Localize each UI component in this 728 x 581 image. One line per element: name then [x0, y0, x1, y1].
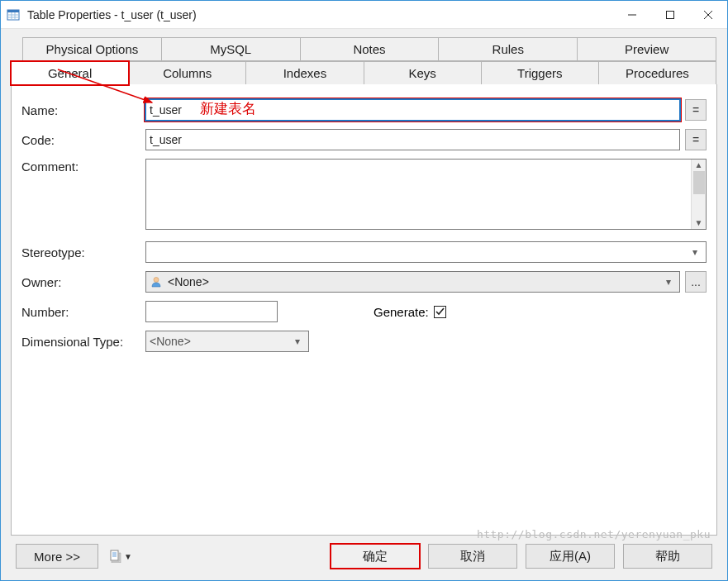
maximize-button[interactable] — [651, 1, 689, 28]
svg-rect-12 — [111, 550, 118, 560]
row-number: Number: Generate: — [21, 301, 707, 322]
chevron-down-icon: ▼ — [124, 552, 132, 561]
client-area: Physical Options MySQL Notes Rules Previ… — [1, 29, 727, 580]
tab-general[interactable]: General — [11, 61, 129, 85]
generate-checkbox[interactable] — [434, 306, 446, 318]
tab-procedures[interactable]: Procedures — [598, 61, 716, 85]
chevron-down-icon: ▾ — [688, 246, 702, 258]
row-name: Name: = — [21, 99, 707, 121]
name-input[interactable] — [145, 99, 680, 121]
generate-label: Generate: — [374, 305, 429, 319]
scroll-thumb[interactable] — [693, 171, 705, 194]
button-bar: More >> ▼ 确定 取消 应用(A) 帮助 — [11, 536, 717, 574]
row-code: Code: = — [21, 129, 707, 150]
owner-browse-button[interactable]: ... — [685, 271, 707, 293]
chevron-down-icon: ▾ — [661, 276, 676, 288]
close-button[interactable] — [689, 1, 727, 28]
tab-rules[interactable]: Rules — [438, 37, 578, 61]
tab-triggers[interactable]: Triggers — [481, 61, 599, 85]
dimtype-combo[interactable]: <None> ▾ — [145, 331, 309, 352]
tab-keys[interactable]: Keys — [364, 61, 482, 85]
title-bar: Table Properties - t_user (t_user) — [1, 1, 727, 29]
scroll-up-icon[interactable]: ▲ — [695, 161, 703, 169]
row-comment: Comment: ▲ ▼ — [21, 159, 707, 230]
code-input[interactable] — [145, 129, 680, 150]
dimtype-value: <None> — [150, 335, 290, 348]
owner-value: <None> — [168, 275, 661, 288]
owner-label: Owner: — [21, 274, 145, 289]
name-label: Name: — [21, 102, 145, 117]
more-button[interactable]: More >> — [16, 544, 98, 569]
window-title: Table Properties - t_user (t_user) — [27, 8, 613, 21]
minimize-button[interactable] — [613, 1, 651, 28]
tab-row-upper: Physical Options MySQL Notes Rules Previ… — [22, 37, 716, 61]
app-icon — [6, 7, 21, 22]
apply-button[interactable]: 应用(A) — [526, 544, 615, 569]
window: Table Properties - t_user (t_user) Physi… — [0, 0, 728, 581]
svg-rect-1 — [7, 10, 19, 12]
stereotype-label: Stereotype: — [21, 245, 145, 260]
cancel-button[interactable]: 取消 — [428, 544, 517, 569]
row-dimtype: Dimensional Type: <None> ▾ — [21, 331, 707, 352]
row-stereotype: Stereotype: ▾ — [21, 241, 707, 263]
comment-scrollbar[interactable]: ▲ ▼ — [691, 160, 706, 229]
ok-button[interactable]: 确定 — [331, 544, 420, 569]
user-icon — [150, 275, 163, 288]
code-label: Code: — [21, 132, 145, 147]
code-equals-button[interactable]: = — [685, 129, 707, 150]
number-input[interactable] — [145, 301, 278, 322]
chevron-down-icon: ▾ — [290, 336, 305, 347]
tab-preview[interactable]: Preview — [577, 37, 716, 61]
tab-physical-options[interactable]: Physical Options — [22, 37, 162, 61]
tab-indexes[interactable]: Indexes — [245, 61, 364, 85]
svg-point-11 — [154, 278, 159, 283]
svg-rect-7 — [667, 11, 674, 18]
dimtype-label: Dimensional Type: — [21, 334, 145, 349]
number-label: Number: — [21, 304, 145, 319]
name-equals-button[interactable]: = — [685, 99, 707, 121]
comment-label: Comment: — [21, 159, 145, 174]
stereotype-combo[interactable]: ▾ — [145, 241, 707, 263]
help-button[interactable]: 帮助 — [623, 544, 712, 569]
document-icon — [109, 550, 122, 563]
window-controls — [613, 1, 727, 28]
owner-combo[interactable]: <None> ▾ — [145, 271, 680, 293]
toolbar-dropdown-button[interactable]: ▼ — [107, 544, 135, 569]
row-owner: Owner: <None> ▾ ... — [21, 271, 707, 293]
tab-row-lower: General Columns Indexes Keys Triggers Pr… — [11, 61, 716, 85]
tab-mysql[interactable]: MySQL — [161, 37, 301, 61]
tab-body-general: 新建表名 Name: = Code: = — [11, 84, 717, 536]
tabs: Physical Options MySQL Notes Rules Previ… — [11, 37, 717, 536]
tab-notes[interactable]: Notes — [300, 37, 440, 61]
scroll-down-icon[interactable]: ▼ — [695, 219, 703, 227]
tab-columns[interactable]: Columns — [128, 61, 246, 85]
comment-textarea[interactable]: ▲ ▼ — [145, 159, 707, 230]
